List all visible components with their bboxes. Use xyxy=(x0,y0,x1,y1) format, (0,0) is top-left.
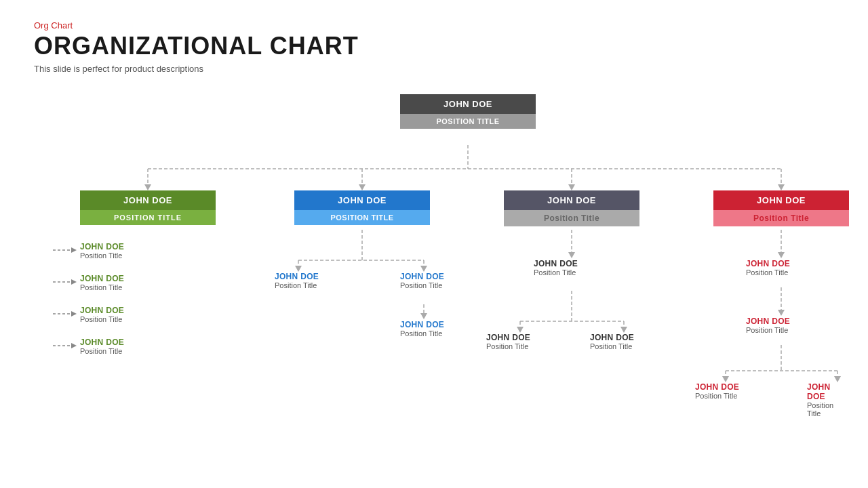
root-node: JOHN DOE POSITION TITLE xyxy=(400,94,536,129)
green-child-4: JOHN DOE Position Title xyxy=(80,338,124,355)
red-child3b-name: JOHN DOE xyxy=(807,382,834,401)
blue-child-sub: JOHN DOE Position Title xyxy=(400,320,444,338)
red-child2-name: JOHN DOE xyxy=(746,317,790,326)
red-child3b-title: Position Title xyxy=(807,401,834,418)
green-child-3: JOHN DOE Position Title xyxy=(80,306,124,323)
svg-marker-39 xyxy=(71,279,77,285)
blue-title: POSITION TITLE xyxy=(294,210,430,225)
svg-marker-14 xyxy=(295,266,302,272)
green-child3-title: Position Title xyxy=(80,315,124,323)
green-child3-name: JOHN DOE xyxy=(80,306,124,315)
green-name: JOHN DOE xyxy=(80,190,216,210)
svg-marker-19 xyxy=(568,252,575,258)
red-child-2: JOHN DOE Position Title xyxy=(746,317,790,334)
gray-child1-title: Position Title xyxy=(534,268,578,277)
blue-child-left-title: Position Title xyxy=(275,281,319,289)
blue-child-sub-title: Position Title xyxy=(400,329,444,338)
svg-marker-15 xyxy=(420,266,427,272)
header-title: ORGANIZATIONAL CHART xyxy=(34,32,834,60)
svg-marker-9 xyxy=(778,184,785,190)
svg-marker-25 xyxy=(620,327,627,333)
red-name: JOHN DOE xyxy=(713,190,849,210)
red-child-3b: JOHN DOE Position Title xyxy=(807,382,834,418)
gray-title: Position Title xyxy=(504,210,639,226)
red-child3a-title: Position Title xyxy=(695,392,739,400)
green-arrow-3 xyxy=(50,307,83,321)
svg-marker-43 xyxy=(71,343,77,348)
root-name: JOHN DOE xyxy=(400,94,536,114)
svg-marker-34 xyxy=(722,376,729,382)
green-child4-title: Position Title xyxy=(80,347,124,355)
svg-marker-29 xyxy=(778,310,785,316)
green-child-2: JOHN DOE Position Title xyxy=(80,274,124,291)
gray-node: JOHN DOE Position Title xyxy=(504,190,639,226)
blue-name: JOHN DOE xyxy=(294,190,430,210)
root-title: POSITION TITLE xyxy=(400,114,536,129)
svg-marker-8 xyxy=(568,184,575,190)
green-child2-title: Position Title xyxy=(80,283,124,291)
header-subtitle: This slide is perfect for product descri… xyxy=(34,64,834,74)
svg-marker-27 xyxy=(778,252,785,258)
blue-child-left-name: JOHN DOE xyxy=(275,272,319,281)
gray-child2b-title: Position Title xyxy=(590,342,634,350)
red-child-1: JOHN DOE Position Title xyxy=(746,259,790,277)
gray-child2a-name: JOHN DOE xyxy=(486,333,530,342)
svg-marker-35 xyxy=(834,376,841,382)
green-arrow-4 xyxy=(50,339,83,352)
red-title: Position Title xyxy=(713,210,849,226)
blue-node: JOHN DOE POSITION TITLE xyxy=(294,190,430,225)
red-node: JOHN DOE Position Title xyxy=(713,190,849,226)
gray-child2b-name: JOHN DOE xyxy=(590,333,634,342)
gray-child-2a: JOHN DOE Position Title xyxy=(486,333,530,350)
gray-name: JOHN DOE xyxy=(504,190,639,210)
gray-child2a-title: Position Title xyxy=(486,342,530,350)
red-child1-title: Position Title xyxy=(746,268,790,277)
svg-marker-41 xyxy=(71,311,77,317)
svg-marker-6 xyxy=(144,184,151,190)
green-child1-name: JOHN DOE xyxy=(80,242,124,251)
green-child-1: JOHN DOE Position Title xyxy=(80,242,124,260)
svg-marker-24 xyxy=(517,327,524,333)
page: Org Chart ORGANIZATIONAL CHART This slid… xyxy=(0,0,868,488)
red-child3a-name: JOHN DOE xyxy=(695,382,739,392)
gray-child1-name: JOHN DOE xyxy=(534,259,578,268)
blue-child-right-title: Position Title xyxy=(400,281,444,289)
blue-child-left: JOHN DOE Position Title xyxy=(275,272,319,289)
header-label: Org Chart xyxy=(34,20,834,30)
red-child1-name: JOHN DOE xyxy=(746,259,790,268)
green-arrow-2 xyxy=(50,275,83,289)
green-child1-title: Position Title xyxy=(80,251,124,260)
svg-marker-17 xyxy=(420,313,427,319)
green-arrow-1 xyxy=(50,243,83,257)
green-child4-name: JOHN DOE xyxy=(80,338,124,347)
blue-child-right: JOHN DOE Position Title xyxy=(400,272,444,289)
gray-child-2b: JOHN DOE Position Title xyxy=(590,333,634,350)
svg-marker-7 xyxy=(359,184,366,190)
red-child2-title: Position Title xyxy=(746,326,790,334)
svg-marker-37 xyxy=(71,247,77,253)
blue-child-right-name: JOHN DOE xyxy=(400,272,444,281)
gray-child-1: JOHN DOE Position Title xyxy=(534,259,578,277)
green-child2-name: JOHN DOE xyxy=(80,274,124,283)
green-node: JOHN DOE POSITION TITLE xyxy=(80,190,216,225)
red-child-3a: JOHN DOE Position Title xyxy=(695,382,739,400)
blue-child-sub-name: JOHN DOE xyxy=(400,320,444,329)
green-title: POSITION TITLE xyxy=(80,210,216,225)
chart-area: JOHN DOE POSITION TITLE JOHN DOE POSITIO… xyxy=(34,87,834,481)
